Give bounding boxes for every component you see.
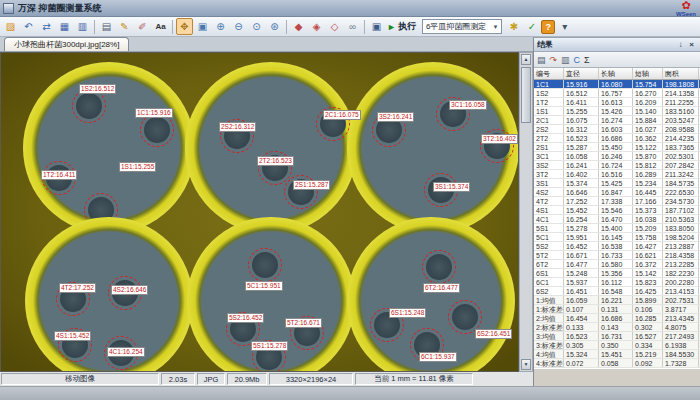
summary-row-cell: 184.5530 — [663, 350, 699, 358]
table-row[interactable]: 4S115.45215.54615.373187.7102 — [534, 206, 700, 215]
print-icon[interactable]: ▤ — [98, 18, 115, 35]
table-row[interactable]: 5C115.95116.14515.758198.5204 — [534, 233, 700, 242]
summary-row[interactable]: 3:均值16.52316.73116.527217.2493 — [534, 332, 700, 341]
run-play-icon[interactable]: ► — [387, 22, 396, 32]
acquire-image-icon[interactable]: ↶ — [20, 18, 37, 35]
table-row[interactable]: 3T216.40216.51616.289211.3242 — [534, 170, 700, 179]
summary-row-cell: 15.324 — [564, 350, 599, 358]
table-row[interactable]: 2S216.31216.60316.027208.9588 — [534, 125, 700, 134]
table-row[interactable]: 6T216.47716.58016.372213.2285 — [534, 260, 700, 269]
table-row-cell: 16.058 — [564, 152, 599, 160]
table-row-cell: 182.2230 — [663, 269, 699, 277]
table-row-cell: 16.523 — [564, 134, 599, 142]
undo-icon[interactable]: ↷ — [550, 54, 558, 66]
table-row[interactable]: 1S216.51216.75716.270214.1358 — [534, 89, 700, 98]
close-icon[interactable]: × — [686, 39, 697, 50]
link-icon[interactable]: ∞ — [344, 18, 361, 35]
vertical-scrollbar[interactable]: ▲ ▼ — [519, 52, 533, 372]
table-row-cell: 15.450 — [599, 143, 633, 151]
table-row[interactable]: 1S115.25515.42615.140183.5160 — [534, 107, 700, 116]
table-row-cell: 15.758 — [633, 233, 663, 241]
table-row-cell: 16.209 — [633, 98, 663, 106]
save-as-icon[interactable]: ▥ — [74, 18, 91, 35]
text-label-icon[interactable]: Aa — [152, 18, 169, 35]
region-edit-icon[interactable]: ◇ — [326, 18, 343, 35]
chevron-down-icon: ▼ — [492, 24, 498, 30]
hand-pan-icon[interactable]: ✥ — [176, 18, 193, 35]
monitor-icon[interactable]: ▣ — [368, 18, 385, 35]
table-row[interactable]: 3S216.24116.72415.812207.2842 — [534, 161, 700, 170]
status-format: JPG — [197, 373, 225, 385]
image-viewport[interactable]: 1S2:16.5121C1:15.9161T2:16.4111S1:15.255… — [0, 52, 519, 372]
brand-logo: ✿ WSeen — [676, 1, 696, 19]
summary-row-cell: 0.072 — [564, 359, 599, 367]
table-row[interactable]: 4C116.25416.47016.038210.5363 — [534, 215, 700, 224]
sum-sigma-icon[interactable]: Σ — [584, 54, 590, 66]
scroll-up-icon[interactable]: ▲ — [521, 54, 531, 65]
table-row-cell: 16.646 — [564, 188, 599, 196]
table-row[interactable]: 4T217.25217.33817.166234.5730 — [534, 197, 700, 206]
scroll-thumb[interactable] — [521, 67, 531, 123]
summary-row-cell: 16.059 — [564, 296, 599, 304]
measurement-label: 4S1:15.452 — [54, 331, 91, 341]
eraser-icon[interactable]: ✐ — [134, 18, 151, 35]
table-row[interactable]: 5S115.27815.40015.209183.8050 — [534, 224, 700, 233]
execute-button[interactable]: 执行 — [398, 20, 416, 33]
image-region-icon[interactable]: ▣ — [194, 18, 211, 35]
clear-icon[interactable]: C — [574, 54, 581, 66]
image-tab[interactable]: 小球孢曲杆菌300dpi.jpg[28%] — [4, 37, 129, 51]
summary-row[interactable]: 4:均值15.32415.45115.219184.5530 — [534, 350, 700, 359]
help-icon[interactable]: ? — [541, 20, 555, 34]
save-icon[interactable]: ▦ — [56, 18, 73, 35]
table-row[interactable]: 6S216.45116.54816.425213.4153 — [534, 287, 700, 296]
preset-dropdown[interactable]: 6平皿抑菌圈测定▼ — [422, 19, 502, 34]
table-row[interactable]: 2T216.52316.68616.362214.4235 — [534, 134, 700, 143]
summary-row-cell: 0.092 — [633, 359, 663, 367]
summary-row[interactable]: 2:标准差0.1330.1430.3024.8075 — [534, 323, 700, 332]
table-row-cell: 2T2 — [534, 134, 564, 142]
pin-icon[interactable]: ↓ — [675, 39, 686, 50]
results-panel-title: 结果 — [537, 39, 553, 50]
table-row-cell: 16.246 — [599, 152, 633, 160]
measurement-label: 4T2:17.252 — [59, 283, 96, 293]
table-row-cell: 15.287 — [564, 143, 599, 151]
print-icon[interactable]: ▥ — [561, 54, 570, 66]
marker-icon[interactable]: ◈ — [308, 18, 325, 35]
table-row-cell: 210.5363 — [663, 215, 699, 223]
summary-row[interactable]: 4:标准差0.0720.0580.0921.7328 — [534, 359, 700, 368]
table-row[interactable]: 1C115.91616.08015.754198.1808 — [534, 80, 700, 89]
table-row[interactable]: 6C115.93716.11215.823200.2280 — [534, 278, 700, 287]
summary-row[interactable]: 1:均值16.05916.22115.899202.7531 — [534, 296, 700, 305]
zoom-actual-icon[interactable]: ⊙ — [248, 18, 265, 35]
table-row-cell: 16.470 — [599, 215, 633, 223]
settings-icon[interactable]: ✱ — [505, 18, 522, 35]
table-row[interactable]: 3S115.37415.42515.234184.5735 — [534, 179, 700, 188]
open-image-icon[interactable]: ▨ — [2, 18, 19, 35]
table-row[interactable]: 2C116.07516.27415.884203.5247 — [534, 116, 700, 125]
table-row[interactable]: 4S216.64616.84716.445222.6530 — [534, 188, 700, 197]
results-table: 编号直径长轴短轴面积1C115.91616.08015.754198.18081… — [534, 68, 700, 369]
table-row[interactable]: 2S115.28715.45015.122183.7365 — [534, 143, 700, 152]
camera-icon[interactable]: ⇄ — [38, 18, 55, 35]
table-row[interactable]: 6S115.24815.35615.142182.2230 — [534, 269, 700, 278]
table-row[interactable]: 5S216.45216.53816.427213.2887 — [534, 242, 700, 251]
table-row-cell: 183.5160 — [663, 107, 699, 115]
calibrate-icon[interactable]: ◆ — [290, 18, 307, 35]
summary-row[interactable]: 1:标准差0.1070.1310.1063.8717 — [534, 305, 700, 314]
summary-row[interactable]: 2:均值16.45416.68616.285213.4345 — [534, 314, 700, 323]
summary-row[interactable]: 3:标准差0.3050.3500.3346.1938 — [534, 341, 700, 350]
table-row-cell: 15.373 — [633, 206, 663, 214]
table-row-cell: 4S2 — [534, 188, 564, 196]
table-row[interactable]: 5T216.67116.73316.621218.4358 — [534, 251, 700, 260]
summary-row-cell: 16.527 — [633, 332, 663, 340]
table-row[interactable]: 1T216.41116.61316.209211.2255 — [534, 98, 700, 107]
scroll-down-icon[interactable]: ▼ — [521, 359, 531, 370]
pencil-icon[interactable]: ✎ — [116, 18, 133, 35]
zoom-fit-icon[interactable]: ⊛ — [266, 18, 283, 35]
help-dropdown-arrow-icon[interactable]: ▾ — [556, 18, 573, 35]
zoom-in-icon[interactable]: ⊕ — [212, 18, 229, 35]
zoom-out-icon[interactable]: ⊖ — [230, 18, 247, 35]
table-row[interactable]: 3C116.05816.24615.870202.5301 — [534, 152, 700, 161]
apply-icon[interactable]: ✓ — [523, 18, 540, 35]
export-icon[interactable]: ▤ — [537, 54, 546, 66]
